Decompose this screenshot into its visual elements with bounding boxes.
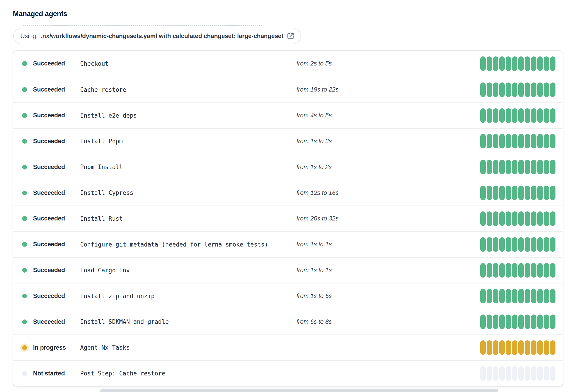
progress-segment xyxy=(531,263,537,278)
progress-segment xyxy=(518,237,524,252)
progress-segment xyxy=(518,366,524,381)
progress-segment xyxy=(487,263,492,278)
progress-segment xyxy=(544,289,549,303)
progress-segment xyxy=(512,289,517,303)
workflow-banner-detail: .nx/workflows/dynamic-changesets.yaml wi… xyxy=(41,33,284,40)
duration-range: from 19s to 22s xyxy=(296,86,338,93)
workflow-banner-prefix: Using: xyxy=(20,33,38,40)
progress-segment xyxy=(537,237,543,252)
progress-segment xyxy=(499,160,505,174)
status-label: In progress xyxy=(33,344,80,351)
progress-segment xyxy=(506,340,511,355)
progress-segment xyxy=(512,263,517,278)
progress-segment xyxy=(550,56,556,71)
agent-step-row: In progress Agent Nx Tasks xyxy=(13,334,563,360)
progress-segment xyxy=(487,82,492,97)
dashed-divider xyxy=(23,25,262,26)
progress-segment xyxy=(506,108,511,123)
status-dot-icon xyxy=(22,371,27,376)
progress-segment xyxy=(531,340,537,355)
progress-segment xyxy=(493,340,498,355)
status-dot-icon xyxy=(22,216,27,221)
progress-segments xyxy=(480,82,556,97)
progress-segment xyxy=(499,263,505,278)
progress-segment xyxy=(499,289,505,303)
duration-range: from 1s to 1s xyxy=(296,267,332,274)
progress-segment xyxy=(480,134,486,148)
progress-segment xyxy=(531,212,537,226)
progress-segments xyxy=(480,212,556,226)
progress-segment xyxy=(550,108,556,123)
agent-step-row: Succeeded Install Pnpm from 1s to 3s xyxy=(13,128,563,154)
progress-segment xyxy=(493,56,498,71)
progress-segment xyxy=(537,160,543,174)
status-dot-icon xyxy=(22,268,27,273)
status-dot-icon xyxy=(22,113,27,118)
step-name: Install Pnpm xyxy=(80,138,296,145)
progress-segment xyxy=(480,289,486,303)
duration-range: from 1s to 2s xyxy=(296,163,332,171)
status-dot-icon xyxy=(22,320,27,324)
progress-segment xyxy=(493,289,498,303)
progress-segments xyxy=(480,366,556,381)
progress-segment xyxy=(512,82,517,97)
progress-segment xyxy=(550,366,556,381)
progress-segment xyxy=(512,340,517,355)
progress-segment xyxy=(512,134,517,148)
progress-segment xyxy=(493,263,498,278)
progress-segment xyxy=(493,314,498,329)
progress-segment xyxy=(531,160,537,174)
progress-segment xyxy=(544,366,549,381)
status-dot-icon xyxy=(22,191,27,195)
progress-segment xyxy=(525,160,530,174)
progress-segment xyxy=(487,237,492,252)
progress-segment xyxy=(480,212,486,226)
progress-segment xyxy=(480,340,486,355)
status-dot-icon xyxy=(22,294,27,298)
step-name: Configure git metadata (needed for lerna… xyxy=(80,241,296,248)
progress-segment xyxy=(544,263,549,278)
duration-range: from 2s to 5s xyxy=(296,60,332,67)
status-label: Succeeded xyxy=(33,293,80,300)
progress-segment xyxy=(531,134,537,148)
progress-segment xyxy=(525,108,530,123)
progress-segment xyxy=(499,237,505,252)
agent-step-row: Succeeded Install zip and unzip from 1s … xyxy=(13,283,563,309)
progress-segment xyxy=(499,108,505,123)
progress-segment xyxy=(550,82,556,97)
progress-segment xyxy=(499,134,505,148)
progress-segment xyxy=(531,56,537,71)
step-name: Install Cypress xyxy=(80,189,296,196)
status-dot-icon xyxy=(22,139,27,144)
progress-segment xyxy=(493,134,498,148)
workflow-banner[interactable]: Using: .nx/workflows/dynamic-changesets.… xyxy=(13,28,301,44)
progress-segment xyxy=(487,366,492,381)
progress-segment xyxy=(544,212,549,226)
progress-segment xyxy=(518,289,524,303)
progress-segment xyxy=(487,108,492,123)
agent-step-row: Succeeded Install Cypress from 12s to 16… xyxy=(13,180,563,206)
progress-segment xyxy=(525,314,530,329)
progress-segments xyxy=(480,134,556,148)
progress-segment xyxy=(512,160,517,174)
progress-segment xyxy=(544,82,549,97)
progress-segment xyxy=(493,82,498,97)
progress-segment xyxy=(512,212,517,226)
progress-segment xyxy=(544,237,549,252)
progress-segment xyxy=(550,160,556,174)
progress-segment xyxy=(531,366,537,381)
progress-segment xyxy=(544,160,549,174)
progress-segment xyxy=(518,160,524,174)
progress-segment xyxy=(512,237,517,252)
progress-segment xyxy=(506,237,511,252)
progress-segment xyxy=(531,108,537,123)
progress-segment xyxy=(487,134,492,148)
progress-segment xyxy=(518,56,524,71)
step-name: Pnpm Install xyxy=(80,163,296,170)
progress-segment xyxy=(506,212,511,226)
progress-segments xyxy=(480,108,556,123)
progress-segment xyxy=(487,186,492,200)
progress-segment xyxy=(512,366,517,381)
external-link-icon[interactable] xyxy=(287,33,294,40)
progress-segment xyxy=(506,289,511,303)
